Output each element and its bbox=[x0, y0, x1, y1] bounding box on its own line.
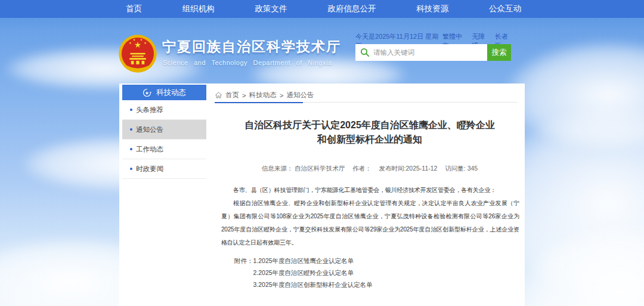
attachments-label: 附件： bbox=[234, 255, 253, 290]
site-title[interactable]: 宁夏回族自治区科学技术厅 bbox=[162, 38, 341, 56]
breadcrumb: 首页 > 科技动态 > 通知公告 bbox=[215, 88, 518, 103]
sidebar-header: 科技动态 bbox=[122, 85, 206, 100]
bullet-dot-icon bbox=[130, 109, 132, 111]
breadcrumb-notices[interactable]: 通知公告 bbox=[286, 91, 314, 100]
national-emblem-icon[interactable] bbox=[118, 33, 157, 74]
sidebar: 科技动态 头条推荐 通知公告 工作动态 时政要闻 bbox=[122, 85, 206, 179]
search-input[interactable] bbox=[355, 44, 487, 61]
breadcrumb-accent-bar bbox=[215, 102, 303, 103]
breadcrumb-tech-news[interactable]: 科技动态 bbox=[249, 91, 277, 100]
breadcrumb-separator: > bbox=[242, 92, 246, 99]
article-title-line2: 和创新型标杆企业的通知 bbox=[221, 132, 519, 147]
bullet-dot-icon bbox=[130, 168, 132, 170]
nav-item-tech-resources[interactable]: 科技资源 bbox=[413, 4, 452, 14]
page: 首页 组织机构 政策文件 政府信息公开 科技资源 公众互动 宁夏回族自治区科学技… bbox=[0, 0, 644, 306]
article-title-line1: 自治区科技厅关于认定2025年度自治区雏鹰企业、瞪羚企业 bbox=[221, 118, 519, 132]
attachments-block: 附件： 1.2025年度自治区雏鹰企业认定名单 2.2025年度自治区瞪羚企业认… bbox=[234, 255, 373, 290]
meta-author: 作者： bbox=[352, 165, 371, 172]
breadcrumb-separator: > bbox=[280, 92, 284, 99]
nav-item-gov-info-disclosure[interactable]: 政府信息公开 bbox=[324, 4, 379, 14]
breadcrumb-home[interactable]: 首页 bbox=[225, 91, 239, 100]
content-wrapper: 科技动态 头条推荐 通知公告 工作动态 时政要闻 bbox=[119, 84, 525, 306]
top-nav-bar: 首页 组织机构 政策文件 政府信息公开 科技资源 公众互动 bbox=[0, 0, 644, 18]
nav-item-organization[interactable]: 组织机构 bbox=[179, 4, 218, 14]
attachment-link-1[interactable]: 1.2025年度自治区雏鹰企业认定名单 bbox=[253, 255, 373, 267]
top-nav-items: 首页 组织机构 政策文件 政府信息公开 科技资源 公众互动 bbox=[122, 0, 525, 18]
attachment-link-3[interactable]: 3.2025年度自治区创新型标杆企业认定名单 bbox=[253, 279, 373, 290]
sidebar-title: 科技动态 bbox=[156, 88, 186, 98]
meta-source: 信息来源： 自治区科学技术厅 bbox=[262, 165, 345, 172]
bullet-dot-icon bbox=[130, 148, 132, 150]
sidebar-item-current-politics[interactable]: 时政要闻 bbox=[122, 159, 206, 179]
article-title: 自治区科技厅关于认定2025年度自治区雏鹰企业、瞪羚企业 和创新型标杆企业的通知 bbox=[221, 118, 519, 147]
home-icon bbox=[215, 91, 222, 99]
article-paragraph: 各市、县（区）科技管理部门，宁东能源化工基地管委会，银川经济技术开发区管委会，各… bbox=[221, 184, 519, 197]
sidebar-item-headline-recommend[interactable]: 头条推荐 bbox=[122, 100, 206, 120]
sidebar-item-label: 工作动态 bbox=[136, 145, 163, 154]
article-meta: 信息来源： 自治区科学技术厅 作者： 发布时间:2025-11-12 访问量: … bbox=[215, 165, 525, 173]
nav-item-public-interaction[interactable]: 公众互动 bbox=[485, 4, 525, 14]
attachments-list: 1.2025年度自治区雏鹰企业认定名单 2.2025年度自治区瞪羚企业认定名单 … bbox=[253, 255, 373, 290]
sidebar-item-label: 通知公告 bbox=[136, 125, 163, 134]
site-subtitle: Science and Technology Department of Nin… bbox=[163, 59, 332, 66]
sidebar-item-notices[interactable]: 通知公告 bbox=[122, 120, 206, 140]
nav-item-policy-documents[interactable]: 政策文件 bbox=[252, 4, 291, 14]
nav-item-home[interactable]: 首页 bbox=[122, 4, 145, 14]
sidebar-item-work-trends[interactable]: 工作动态 bbox=[122, 140, 206, 159]
article-paragraph: 根据自治区雏鹰企业、瞪羚企业和创新型标杆企业认定管理有关规定，决定认定半亩良人农… bbox=[221, 197, 519, 249]
bullet-dot-icon bbox=[130, 128, 132, 131]
meta-visits: 访问量: 345 bbox=[445, 165, 478, 172]
article-body: 各市、县（区）科技管理部门，宁东能源化工基地管委会，银川经济技术开发区管委会，各… bbox=[221, 184, 519, 249]
star-badge-icon bbox=[143, 88, 151, 97]
sidebar-item-label: 头条推荐 bbox=[136, 106, 163, 115]
meta-publish-date: 发布时间:2025-11-12 bbox=[379, 165, 438, 172]
search-button[interactable]: 搜索 bbox=[487, 44, 511, 61]
sidebar-item-label: 时政要闻 bbox=[136, 165, 163, 174]
attachment-link-2[interactable]: 2.2025年度自治区瞪羚企业认定名单 bbox=[253, 267, 373, 279]
